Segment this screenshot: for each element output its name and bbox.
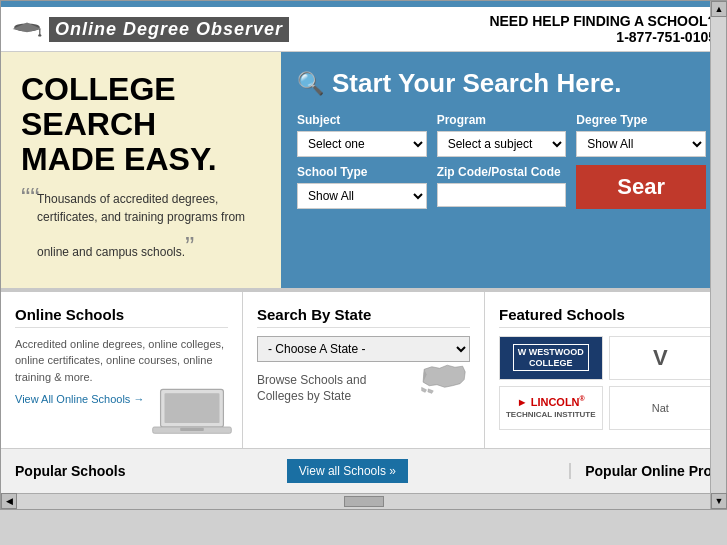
logo-text: Online Degree Observer	[49, 17, 289, 42]
school-v-logo[interactable]: V	[609, 336, 713, 380]
hero-heading: COLLEGE SEARCH Made Easy.	[21, 72, 261, 178]
svg-point-3	[38, 34, 41, 36]
hero-heading-top: COLLEGE SEARCH	[21, 72, 261, 142]
zip-label: Zip Code/Postal Code	[437, 165, 567, 179]
hero-section: COLLEGE SEARCH Made Easy. Thousands of a…	[1, 52, 726, 288]
degree-label: Degree Type	[576, 113, 706, 127]
popular-schools-title: Popular Schools	[15, 463, 125, 479]
view-all-schools-button[interactable]: View all Schools »	[287, 459, 408, 483]
scroll-vtrack	[711, 17, 726, 493]
school-logos-grid: W WESTWOODCOLLEGE V ► LINCOLN® TECHNICAL…	[499, 336, 712, 430]
program-label: Program	[437, 113, 567, 127]
zip-input[interactable]	[437, 183, 567, 207]
lincoln-text: ► LINCOLN® TECHNICAL INSTITUTE	[506, 395, 596, 420]
school-type-select[interactable]: Show All	[297, 183, 427, 209]
online-schools-description: Accredited online degrees, online colleg…	[15, 336, 228, 386]
mortarboard-icon	[11, 19, 43, 39]
search-by-state-panel: Search By State - Choose A State - Brows…	[243, 292, 485, 448]
logo-area: Online Degree Observer	[11, 17, 289, 42]
westwood-inner: W WESTWOODCOLLEGE	[513, 344, 589, 372]
westwood-college-logo[interactable]: W WESTWOODCOLLEGE	[499, 336, 603, 380]
hero-left: COLLEGE SEARCH Made Easy. Thousands of a…	[1, 52, 281, 288]
school-type-label: School Type	[297, 165, 427, 179]
popular-online-title: Popular Online Pro	[569, 463, 712, 479]
browse-text: Browse Schools and Colleges by State	[257, 372, 409, 406]
nat-logo[interactable]: Nat	[609, 386, 713, 430]
hero-right: 🔍 Start Your Search Here. Subject Select…	[281, 52, 726, 288]
scroll-left-button[interactable]: ◀	[1, 493, 17, 509]
top-header: Online Degree Observer NEED HELP FINDING…	[1, 7, 726, 52]
header-right: NEED HELP FINDING A SCHOOL? 1-877-751-01…	[489, 13, 716, 45]
horizontal-scrollbar: ◀ ▶	[1, 493, 726, 509]
main-wrapper: Online Degree Observer NEED HELP FINDING…	[0, 0, 727, 510]
school-type-group: School Type Show All	[297, 165, 427, 209]
us-map-icon	[419, 352, 470, 402]
vertical-scrollbar: ▲ ▼	[710, 1, 726, 509]
online-schools-title: Online Schools	[15, 306, 228, 328]
online-schools-panel: Online Schools Accredited online degrees…	[1, 292, 243, 448]
search-title-text: Start Your Search Here.	[332, 68, 622, 99]
panels-row: Online Schools Accredited online degrees…	[1, 288, 726, 448]
state-panel-title: Search By State	[257, 306, 470, 328]
scroll-up-button[interactable]: ▲	[711, 1, 727, 17]
scroll-thumb[interactable]	[344, 496, 384, 507]
scroll-track	[17, 494, 710, 509]
hero-quote: Thousands of accredited degrees, certifi…	[21, 190, 261, 268]
degree-group: Degree Type Show All	[576, 113, 706, 157]
svg-rect-7	[180, 427, 204, 430]
subject-label: Subject	[297, 113, 427, 127]
westwood-text: W WESTWOODCOLLEGE	[518, 347, 584, 369]
v-logo-text: V	[653, 345, 668, 371]
program-select[interactable]: Select a subject	[437, 131, 567, 157]
subject-group: Subject Select one	[297, 113, 427, 157]
degree-select[interactable]: Show All	[576, 131, 706, 157]
search-button[interactable]: Sear	[576, 165, 706, 209]
featured-schools-panel: Featured Schools W WESTWOODCOLLEGE V ► L…	[485, 292, 726, 448]
zip-group: Zip Code/Postal Code	[437, 165, 567, 209]
lincoln-institute-logo[interactable]: ► LINCOLN® TECHNICAL INSTITUTE	[499, 386, 603, 430]
subject-select[interactable]: Select one	[297, 131, 427, 157]
search-title: 🔍 Start Your Search Here.	[297, 68, 706, 99]
hero-heading-bold: Made Easy.	[21, 142, 261, 177]
scroll-down-button[interactable]: ▼	[711, 493, 727, 509]
view-all-online-link[interactable]: View All Online Schools →	[15, 393, 144, 405]
program-group: Program Select a subject	[437, 113, 567, 157]
popular-bar: Popular Schools View all Schools » Popul…	[1, 448, 726, 493]
laptop-icon	[152, 383, 232, 438]
svg-marker-1	[13, 23, 42, 33]
phone-number: 1-877-751-0105	[489, 29, 716, 45]
svg-rect-5	[165, 393, 220, 423]
magnifying-glass-icon: 🔍	[297, 71, 324, 97]
search-form: Subject Select one Program Select a subj…	[297, 113, 706, 209]
need-help-text: NEED HELP FINDING A SCHOOL?	[489, 13, 716, 29]
featured-schools-title: Featured Schools	[499, 306, 712, 328]
nat-logo-text: Nat	[652, 402, 669, 414]
